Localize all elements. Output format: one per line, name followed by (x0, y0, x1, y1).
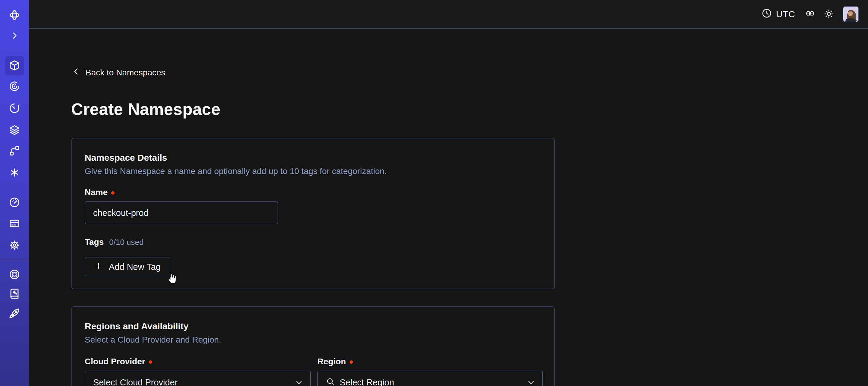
sidebar (0, 0, 29, 386)
cube-icon (9, 60, 20, 72)
temporal-logo[interactable] (5, 5, 24, 25)
namespace-details-card: Namespace Details Give this Namespace a … (71, 138, 555, 289)
credit-card-icon (9, 218, 20, 230)
page-title: Create Namespace (71, 99, 220, 119)
chevron-left-icon (72, 67, 81, 78)
branch-icon (9, 145, 20, 157)
sidebar-item-nexus[interactable] (5, 142, 24, 161)
chevron-right-icon (10, 31, 19, 41)
cloud-provider-placeholder: Select Cloud Provider (93, 378, 178, 386)
sidebar-item-usage[interactable] (5, 193, 24, 212)
region-field: Region Select Region (317, 345, 543, 386)
back-to-namespaces-link[interactable]: Back to Namespaces (72, 67, 165, 78)
add-tag-label: Add New Tag (109, 262, 161, 272)
tags-label: Tags (85, 237, 104, 247)
sidebar-item-getting-started[interactable] (5, 304, 24, 323)
region-select[interactable]: Select Region (317, 370, 543, 386)
timezone-button[interactable]: UTC (757, 4, 799, 24)
theme-toggle-button[interactable] (821, 4, 837, 24)
sun-icon (824, 8, 834, 20)
clock-icon (762, 8, 772, 21)
lifebuoy-icon (9, 269, 20, 281)
sidebar-item-workflows[interactable] (5, 77, 24, 96)
avatar-image (843, 7, 858, 22)
region-placeholder: Select Region (340, 378, 394, 386)
card-title: Regions and Availability (85, 321, 541, 332)
chevron-down-icon (527, 378, 535, 386)
cloud-provider-label: Cloud Provider (85, 357, 145, 366)
namespace-name-input[interactable] (85, 202, 278, 225)
sidebar-item-billing[interactable] (5, 214, 24, 233)
layers-icon (9, 124, 20, 137)
sidebar-item-schedules[interactable] (5, 99, 24, 118)
book-sparkles-icon (9, 288, 20, 300)
asterisk-icon (9, 167, 20, 179)
sidebar-item-services[interactable] (5, 163, 24, 182)
add-new-tag-button[interactable]: Add New Tag (85, 258, 170, 276)
timezone-label: UTC (776, 9, 795, 19)
card-title: Namespace Details (85, 152, 541, 163)
plus-icon (94, 262, 103, 272)
glasses-icon (805, 8, 815, 20)
sidebar-item-deployments[interactable] (5, 121, 24, 140)
name-label: Name (85, 187, 107, 197)
cloud-provider-field: Cloud Provider Select Cloud Provider (85, 345, 311, 386)
required-dot (149, 360, 152, 364)
user-avatar[interactable] (843, 6, 859, 22)
swirl-icon (9, 81, 20, 93)
tags-used-counter: 0/10 used (109, 238, 144, 247)
card-subtitle: Select a Cloud Provider and Region. (85, 335, 541, 345)
app-root: UTC (0, 0, 868, 386)
gear-icon (9, 239, 20, 252)
chevron-down-icon (294, 378, 304, 386)
back-link-label: Back to Namespaces (86, 68, 165, 78)
sidebar-item-namespaces[interactable] (5, 56, 24, 76)
required-dot (111, 191, 115, 195)
card-subtitle: Give this Namespace a name and optionall… (85, 166, 541, 176)
topbar-actions: UTC (757, 0, 868, 28)
search-icon (326, 377, 335, 386)
region-label: Region (317, 357, 346, 366)
timer-icon (9, 102, 20, 115)
required-dot (350, 360, 353, 364)
sidebar-item-docs[interactable] (5, 285, 24, 304)
cloud-provider-select[interactable]: Select Cloud Provider (85, 370, 311, 386)
sidebar-divider (0, 260, 29, 260)
sidebar-expand-button[interactable] (5, 26, 24, 46)
sidebar-item-support[interactable] (5, 265, 24, 285)
topbar: UTC (29, 0, 868, 29)
rocket-icon (9, 307, 20, 320)
gauge-icon (9, 197, 20, 209)
accessibility-button[interactable] (802, 4, 818, 24)
sidebar-item-settings[interactable] (5, 236, 24, 255)
regions-availability-card: Regions and Availability Select a Cloud … (71, 306, 555, 386)
